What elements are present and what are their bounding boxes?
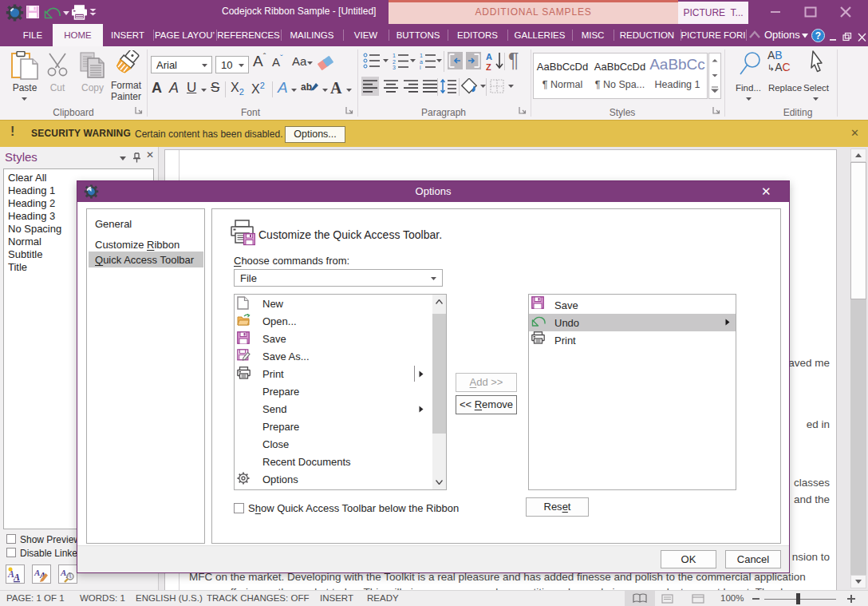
svg-text:A: A bbox=[486, 52, 492, 61]
svg-text:a: a bbox=[420, 59, 423, 65]
svg-text:?: ? bbox=[815, 30, 821, 42]
svg-text:Z: Z bbox=[486, 62, 491, 72]
svg-text:¶: ¶ bbox=[508, 50, 519, 71]
svg-text:1: 1 bbox=[393, 53, 396, 58]
svg-text:1: 1 bbox=[420, 53, 423, 58]
svg-text:i: i bbox=[420, 65, 421, 69]
svg-text:2: 2 bbox=[393, 59, 396, 65]
svg-text:3: 3 bbox=[393, 65, 396, 69]
svg-text:A: A bbox=[13, 572, 20, 583]
